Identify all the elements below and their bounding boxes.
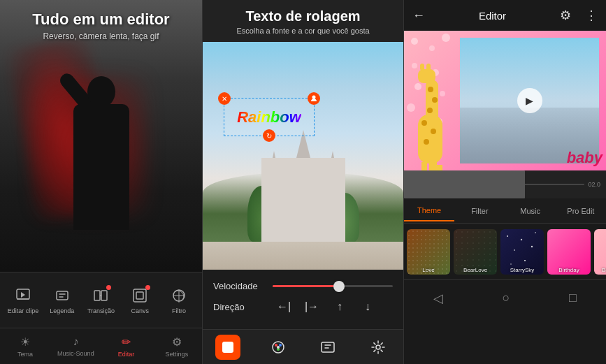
text-handle-close[interactable]: ✕ (218, 92, 231, 105)
theme-baby[interactable]: Baby (594, 229, 606, 275)
toolbar-filtro[interactable]: Filtro (159, 286, 199, 314)
left-bottom-nav: ☀ Tema ♪ Music-Sound ✏ Editar ⚙ Settings (0, 328, 202, 364)
more-button[interactable]: ⋮ (585, 8, 598, 23)
canvs-icon (131, 286, 149, 305)
middle-controls: Velocidade Direção ←| |→ ↑ ↓ (203, 270, 403, 329)
giraffe-body-spot-1 (421, 120, 427, 126)
recents-nav-icon: □ (569, 291, 577, 305)
left-panel: Tudo em um editor Reverso, câmera lenta,… (0, 0, 202, 364)
giraffe-leg-3 (431, 162, 437, 170)
tab-pro-edit[interactable]: Pro Edit (556, 201, 606, 221)
giraffe-spot-3 (427, 108, 433, 113)
svg-point-28 (535, 232, 536, 233)
svg-point-17 (429, 45, 435, 51)
filtro-icon (170, 286, 188, 305)
giraffe-horn-right (426, 64, 431, 71)
back-button[interactable]: ← (412, 8, 425, 23)
home-nav-icon: ○ (503, 291, 510, 305)
bottom-icon-paint[interactable] (215, 335, 240, 360)
nav-editar[interactable]: ✏ Editar (101, 335, 152, 358)
bottom-icon-settings[interactable] (366, 335, 391, 360)
theme-thumbnails-row: Love BearLove StarrySky (404, 224, 606, 279)
tab-filter[interactable]: Filter (454, 201, 505, 221)
editor-title: Editor (432, 10, 553, 22)
baby-text-sticker: baby (567, 149, 603, 167)
svg-point-30 (531, 245, 533, 247)
gear-button[interactable]: ⚙ (560, 8, 571, 23)
right-bottom-nav: ◁ ○ □ (404, 279, 606, 316)
left-content-area: Tudo em um editor Reverso, câmera lenta,… (0, 0, 202, 272)
svg-point-7 (312, 96, 316, 99)
timeline-track[interactable] (438, 184, 584, 185)
middle-image-area: ✕ ↻ Rainbow (203, 42, 403, 270)
svg-point-27 (521, 238, 522, 240)
toolbar-transicao[interactable]: Transição (82, 286, 121, 314)
svg-point-11 (279, 344, 282, 347)
svg-point-26 (507, 235, 508, 237)
right-video-area[interactable]: ▶ baby (404, 31, 606, 170)
legenda-label: Legenda (50, 307, 74, 314)
back-nav-icon: ◁ (433, 291, 443, 306)
theme-bearlove[interactable]: BearLove (454, 229, 497, 275)
transicao-icon (92, 286, 110, 305)
canvs-dot (145, 285, 150, 290)
giraffe-sticker (407, 73, 456, 163)
editar-icon: ✏ (122, 335, 131, 349)
theme-starrysky-label: StarrySky (500, 267, 544, 273)
nav-back[interactable]: ◁ (433, 291, 443, 306)
settings-label: Settings (166, 351, 189, 358)
direcao-label: Direção (213, 302, 266, 312)
bottom-icon-text[interactable] (315, 335, 340, 360)
figure-body (73, 104, 129, 230)
figure-head (87, 76, 115, 108)
bottom-icon-palette[interactable] (266, 335, 291, 360)
toolbar-legenda[interactable]: Legenda (43, 286, 82, 314)
tab-theme[interactable]: Theme (404, 201, 454, 221)
svg-point-10 (275, 344, 277, 347)
city-video-inner[interactable]: ▶ (460, 38, 599, 163)
velocidade-slider-track[interactable] (273, 285, 393, 287)
left-header-text: Tudo em um editor Reverso, câmera lenta,… (0, 0, 202, 48)
svg-rect-3 (101, 291, 107, 300)
dir-right-button[interactable]: |→ (301, 296, 323, 318)
velocidade-slider-fill (273, 285, 339, 287)
nav-tema[interactable]: ☀ Tema (0, 335, 50, 358)
theme-starrysky[interactable]: StarrySky (500, 229, 544, 275)
middle-subtitle: Escolha a fonte e a cor que você gosta (213, 27, 393, 35)
transicao-dot (106, 285, 111, 290)
direction-buttons: ←| |→ ↑ ↓ (273, 296, 393, 318)
text-box-overlay[interactable]: ✕ ↻ Rainbow (224, 98, 315, 136)
toolbar-canvs[interactable]: Canvs (120, 286, 159, 314)
right-panel: ← Editor ⚙ ⋮ (404, 0, 606, 364)
theme-love[interactable]: Love (407, 229, 450, 275)
canvs-label: Canvs (131, 307, 150, 314)
left-toolbar: Editar clipe Legenda Transição (0, 272, 202, 328)
svg-rect-14 (322, 342, 334, 352)
theme-birthday[interactable]: Birthday (547, 229, 591, 275)
svg-point-18 (442, 34, 450, 42)
nav-home[interactable]: ○ (503, 291, 510, 305)
nav-recents[interactable]: □ (569, 291, 577, 305)
text-handle-edit[interactable] (308, 92, 320, 105)
dir-left-button[interactable]: ←| (273, 296, 295, 318)
tema-icon: ☀ (20, 335, 30, 349)
dir-up-button[interactable]: ↑ (329, 296, 351, 318)
svg-point-29 (514, 249, 515, 251)
play-button[interactable]: ▶ (517, 88, 542, 113)
legenda-icon (53, 286, 71, 305)
dir-down-button[interactable]: ↓ (356, 296, 379, 318)
svg-point-31 (510, 263, 512, 265)
svg-point-13 (277, 346, 280, 349)
toolbar-edit-clip[interactable]: Editar clipe (3, 286, 43, 314)
svg-rect-1 (57, 291, 68, 300)
middle-panel: Texto de rolagem Escolha a fonte e a cor… (202, 0, 404, 364)
text-handle-rotate[interactable]: ↻ (263, 129, 275, 142)
svg-rect-2 (94, 291, 100, 300)
timeline-area[interactable]: 00:0.0 02.0 (404, 170, 606, 198)
velocidade-slider-thumb[interactable] (333, 281, 345, 292)
theme-bearlove-label: BearLove (454, 267, 497, 273)
nav-settings[interactable]: ⚙ Settings (152, 335, 202, 358)
nav-music-sound[interactable]: ♪ Music-Sound (50, 335, 101, 357)
theme-birthday-label: Birthday (547, 267, 591, 273)
tab-music[interactable]: Music (505, 201, 556, 221)
